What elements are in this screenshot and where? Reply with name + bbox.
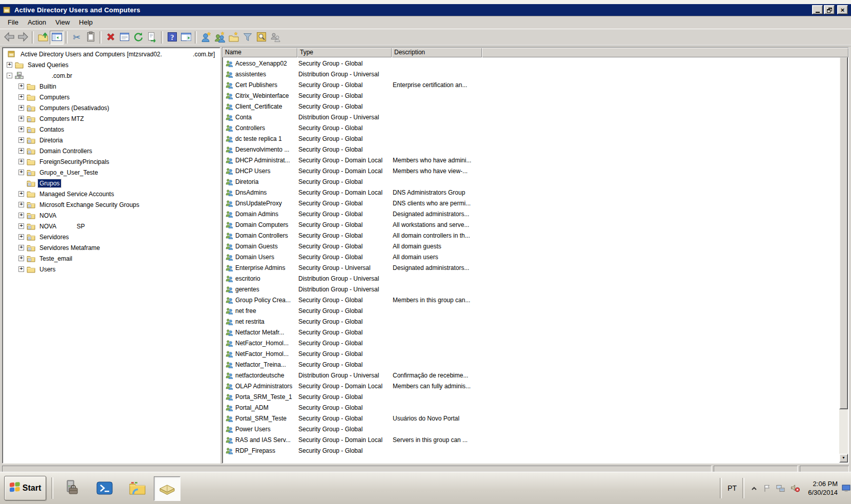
- tree-item[interactable]: +Saved Queries: [3, 59, 220, 70]
- new-ou-button[interactable]: [227, 31, 240, 45]
- forward-button[interactable]: [16, 31, 30, 45]
- tree-expander[interactable]: +: [18, 148, 24, 154]
- scroll-down-button[interactable]: ▼: [839, 454, 848, 463]
- properties-button[interactable]: [117, 31, 131, 45]
- app-icon[interactable]: [3, 6, 11, 14]
- tree-item[interactable]: - .com.br: [3, 70, 220, 81]
- table-row[interactable]: DHCP UsersSecurity Group - Domain LocalM…: [223, 165, 839, 176]
- tree-item[interactable]: +Grupos: [3, 178, 220, 188]
- table-row[interactable]: Domain AdminsSecurity Group - GlobalDesi…: [223, 208, 839, 219]
- table-row[interactable]: netfactordeutscheDistribution Group - Un…: [223, 370, 839, 381]
- tree-item[interactable]: +Diretoria: [3, 135, 220, 145]
- tree-expander[interactable]: +: [18, 170, 24, 175]
- tree-expander[interactable]: +: [18, 234, 24, 240]
- clock[interactable]: 2:06 PM 6/30/2014: [808, 479, 838, 497]
- tree-item[interactable]: +Microsoft Exchange Security Groups: [3, 199, 220, 210]
- menu-item-file[interactable]: File: [3, 17, 23, 28]
- table-row[interactable]: Domain ComputersSecurity Group - GlobalA…: [223, 219, 839, 230]
- network-icon[interactable]: [776, 485, 785, 492]
- tree-expander[interactable]: +: [18, 191, 24, 197]
- table-row[interactable]: OLAP AdministratorsSecurity Group - Doma…: [223, 381, 839, 391]
- table-row[interactable]: ControllersSecurity Group - Global: [223, 122, 839, 133]
- refresh-button[interactable]: [131, 31, 145, 45]
- table-row[interactable]: DiretoriaSecurity Group - Global: [223, 176, 839, 187]
- server-manager-button[interactable]: [57, 476, 84, 501]
- table-row[interactable]: Desenvolvimento ...Security Group - Glob…: [223, 144, 839, 155]
- tree-expander[interactable]: +: [18, 245, 24, 250]
- delete-button[interactable]: [104, 31, 117, 45]
- table-row[interactable]: RDP_FirepassSecurity Group - Global: [223, 445, 839, 456]
- up-one-level-button[interactable]: [36, 31, 50, 45]
- table-row[interactable]: assistentesDistribution Group - Universa…: [223, 69, 839, 79]
- powershell-button[interactable]: [91, 476, 118, 501]
- table-row[interactable]: DnsUpdateProxySecurity Group - GlobalDNS…: [223, 198, 839, 208]
- tree-item[interactable]: +Servidores: [3, 232, 220, 242]
- table-row[interactable]: Group Policy Crea...Security Group - Glo…: [223, 295, 839, 305]
- table-row[interactable]: Cert PublishersSecurity Group - GlobalEn…: [223, 79, 839, 90]
- tree-expander[interactable]: +: [18, 159, 24, 164]
- tree-item[interactable]: +Contatos: [3, 124, 220, 135]
- find-button[interactable]: [254, 31, 268, 45]
- table-row[interactable]: escritorioDistribution Group - Universal: [223, 273, 839, 284]
- table-row[interactable]: net freeSecurity Group - Global: [223, 305, 839, 316]
- restore-button[interactable]: [824, 5, 835, 14]
- table-row[interactable]: RAS and IAS Serv...Security Group - Doma…: [223, 434, 839, 445]
- action-pane-button[interactable]: [179, 31, 193, 45]
- tree-item[interactable]: +Grupo_e_User_Teste: [3, 167, 220, 178]
- active-directory-taskbar-button[interactable]: [154, 476, 180, 501]
- tree-expander[interactable]: +: [18, 105, 24, 111]
- tree-expander[interactable]: +: [18, 116, 24, 121]
- tree-expander[interactable]: -: [7, 73, 12, 78]
- table-row[interactable]: Acesso_Xenapp02Security Group - Global: [223, 58, 839, 69]
- filter-button[interactable]: [240, 31, 254, 45]
- table-row[interactable]: gerentesDistribution Group - Universal: [223, 284, 839, 295]
- table-row[interactable]: Netfactor Metafr...Security Group - Glob…: [223, 327, 839, 338]
- minimize-button[interactable]: [812, 5, 823, 14]
- tree-item[interactable]: +Servidores Metaframe: [3, 242, 220, 253]
- tree-expander[interactable]: +: [18, 266, 24, 272]
- table-row[interactable]: DnsAdminsSecurity Group - Domain LocalDN…: [223, 187, 839, 198]
- show-hidden-icons-chevron[interactable]: [751, 485, 758, 491]
- tree-expander[interactable]: +: [18, 213, 24, 218]
- new-user-button[interactable]: [199, 31, 213, 45]
- close-button[interactable]: ×: [837, 5, 848, 14]
- column-header-name[interactable]: Name: [222, 48, 297, 57]
- column-header-description[interactable]: Description: [392, 48, 482, 57]
- tree-item[interactable]: +ForeignSecurityPrincipals: [3, 156, 220, 167]
- tree-expander[interactable]: +: [18, 137, 24, 143]
- table-row[interactable]: NetFactor_Homol...Security Group - Globa…: [223, 338, 839, 348]
- windows-explorer-button[interactable]: [124, 476, 151, 501]
- help-button[interactable]: ?: [165, 31, 179, 45]
- tree-expander[interactable]: +: [7, 62, 12, 68]
- table-row[interactable]: Portal_ADMSecurity Group - Global: [223, 402, 839, 413]
- tree-expander[interactable]: +: [18, 223, 24, 229]
- table-row[interactable]: NetFactor_Homol...Security Group - Globa…: [223, 348, 839, 359]
- table-row[interactable]: Client_CertificateSecurity Group - Globa…: [223, 101, 839, 112]
- tree-expander[interactable]: +: [18, 94, 24, 100]
- table-row[interactable]: Porta_SRM_Teste_1Security Group - Global: [223, 391, 839, 402]
- table-row[interactable]: Domain ControllersSecurity Group - Globa…: [223, 230, 839, 241]
- paste-button[interactable]: [84, 31, 97, 45]
- new-group-button[interactable]: [213, 31, 227, 45]
- menu-item-view[interactable]: View: [51, 17, 74, 28]
- tree-expander[interactable]: +: [18, 256, 24, 261]
- table-row[interactable]: Enterprise AdminsSecurity Group - Univer…: [223, 262, 839, 273]
- tree-item[interactable]: +Users: [3, 264, 220, 275]
- table-row[interactable]: Power UsersSecurity Group - Global: [223, 424, 839, 434]
- display-tray-icon[interactable]: [842, 484, 851, 492]
- table-row[interactable]: net restritaSecurity Group - Global: [223, 316, 839, 327]
- export-list-button[interactable]: [145, 31, 159, 45]
- tree-item[interactable]: +Computers MTZ: [3, 113, 220, 124]
- table-row[interactable]: ContaDistribution Group - Universal: [223, 112, 839, 122]
- tree-item[interactable]: +Computers (Desativados): [3, 102, 220, 113]
- tree-item[interactable]: +Teste_email: [3, 253, 220, 264]
- show-console-tree-button[interactable]: [50, 31, 64, 45]
- tree-item[interactable]: +Computers: [3, 92, 220, 102]
- language-indicator[interactable]: PT: [725, 484, 739, 492]
- scrollbar-thumb[interactable]: [839, 57, 848, 409]
- tree-item[interactable]: +Managed Service Accounts: [3, 188, 220, 199]
- table-row[interactable]: Domain UsersSecurity Group - GlobalAll d…: [223, 251, 839, 262]
- table-row[interactable]: dc teste replica 1Security Group - Globa…: [223, 133, 839, 144]
- tree-item[interactable]: Active Directory Users and Computers [mt…: [3, 49, 220, 59]
- tree-item[interactable]: +NOVA: [3, 210, 220, 221]
